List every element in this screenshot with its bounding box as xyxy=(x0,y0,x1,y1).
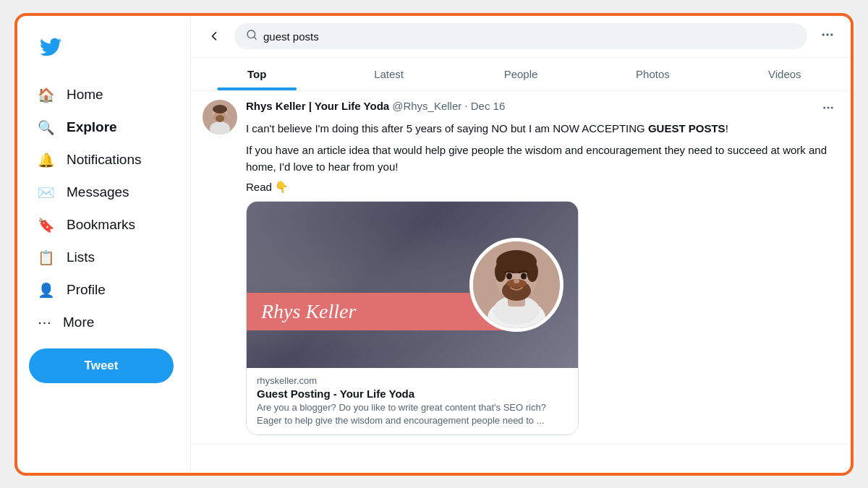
sidebar-item-label: Home xyxy=(67,87,103,103)
link-title: Guest Posting - Your Life Yoda xyxy=(257,388,568,400)
more-icon: ⋯ xyxy=(38,314,51,331)
search-input-value[interactable]: guest posts xyxy=(263,30,796,43)
sidebar-item-explore[interactable]: 🔍 Explore xyxy=(29,112,179,143)
search-box[interactable]: guest posts xyxy=(234,23,807,49)
content-area: Rhys Keller | Your Life Yoda @Rhys_Kelle… xyxy=(191,91,851,473)
tab-photos[interactable]: Photos xyxy=(587,58,718,90)
svg-point-2 xyxy=(822,33,825,35)
sidebar-item-label: Messages xyxy=(67,184,129,200)
mail-icon: ✉️ xyxy=(38,184,55,201)
link-domain: rhyskeller.com xyxy=(257,375,568,386)
sidebar-item-label: Explore xyxy=(67,119,117,135)
sidebar-item-home[interactable]: 🏠 Home xyxy=(29,80,179,111)
main-content: guest posts Top Latest People Photos xyxy=(191,16,851,473)
sidebar-item-messages[interactable]: ✉️ Messages xyxy=(29,177,179,208)
bookmark-icon: 🔖 xyxy=(38,217,55,234)
tab-videos[interactable]: Videos xyxy=(719,58,851,90)
sidebar-item-label: More xyxy=(63,314,94,330)
sidebar: 🏠 Home 🔍 Explore 🔔 Notifications ✉️ Mess… xyxy=(17,16,191,473)
separator-dot: · xyxy=(464,100,467,113)
tweet-text-2: If you have an article idea that would h… xyxy=(246,142,839,175)
svg-point-11 xyxy=(823,106,825,108)
svg-point-8 xyxy=(213,105,227,114)
sidebar-item-more[interactable]: ⋯ More xyxy=(29,307,179,338)
tab-top[interactable]: Top xyxy=(191,58,323,90)
link-card-image: Rhys Keller xyxy=(247,202,578,368)
tweet-item: Rhys Keller | Your Life Yoda @Rhys_Kelle… xyxy=(191,91,851,445)
search-header: guest posts xyxy=(191,16,851,58)
back-button[interactable] xyxy=(203,25,226,48)
svg-point-13 xyxy=(831,106,833,108)
tweet-meta: Rhys Keller | Your Life Yoda @Rhys_Kelle… xyxy=(246,100,505,113)
link-card-meta: rhyskeller.com Guest Posting - Your Life… xyxy=(247,368,578,435)
sidebar-item-profile[interactable]: 👤 Profile xyxy=(29,275,179,306)
link-description: Are you a blogger? Do you like to write … xyxy=(257,401,568,427)
card-avatar xyxy=(469,238,563,332)
svg-point-10 xyxy=(216,115,224,122)
svg-point-26 xyxy=(514,279,519,283)
sidebar-item-bookmarks[interactable]: 🔖 Bookmarks xyxy=(29,210,179,241)
explore-icon: 🔍 xyxy=(38,119,55,136)
search-icon xyxy=(246,29,258,43)
tab-latest[interactable]: Latest xyxy=(323,58,454,90)
read-emoji: 👇 xyxy=(275,181,289,193)
svg-point-3 xyxy=(826,33,828,35)
link-card[interactable]: Rhys Keller xyxy=(246,201,579,435)
svg-point-4 xyxy=(830,33,833,35)
more-options-button[interactable] xyxy=(816,23,839,50)
tab-people[interactable]: People xyxy=(455,58,587,90)
sidebar-item-label: Bookmarks xyxy=(67,217,135,233)
twitter-logo[interactable] xyxy=(29,30,179,67)
home-icon: 🏠 xyxy=(38,87,55,103)
tweet-button[interactable]: Tweet xyxy=(29,348,174,383)
search-tabs: Top Latest People Photos Videos xyxy=(191,58,851,91)
tweet-header: Rhys Keller | Your Life Yoda @Rhys_Kelle… xyxy=(246,100,839,119)
sidebar-item-label: Lists xyxy=(67,249,95,265)
svg-line-1 xyxy=(254,37,256,39)
list-icon: 📋 xyxy=(38,249,55,266)
profile-icon: 👤 xyxy=(38,282,55,299)
user-handle: @Rhys_Keller xyxy=(392,100,461,112)
sidebar-item-lists[interactable]: 📋 Lists xyxy=(29,242,179,273)
sidebar-item-notifications[interactable]: 🔔 Notifications xyxy=(29,145,179,176)
user-name: Rhys Keller | Your Life Yoda xyxy=(246,100,389,112)
card-name-text: Rhys Keller xyxy=(261,300,356,322)
sidebar-item-label: Profile xyxy=(67,282,106,298)
svg-point-12 xyxy=(827,106,830,108)
read-line: Read 👇 xyxy=(246,181,839,194)
sidebar-item-label: Notifications xyxy=(67,152,142,168)
svg-point-25 xyxy=(521,273,527,280)
avatar xyxy=(203,100,237,134)
tweet-options-button[interactable] xyxy=(817,100,839,119)
tweet-date: Dec 16 xyxy=(471,100,506,112)
tweet-body: Rhys Keller | Your Life Yoda @Rhys_Kelle… xyxy=(246,100,839,436)
card-name-banner: Rhys Keller xyxy=(247,293,506,330)
svg-point-24 xyxy=(506,273,512,280)
bell-icon: 🔔 xyxy=(38,152,55,168)
tweet-text-1: I can't believe I'm doing this after 5 y… xyxy=(246,121,839,137)
